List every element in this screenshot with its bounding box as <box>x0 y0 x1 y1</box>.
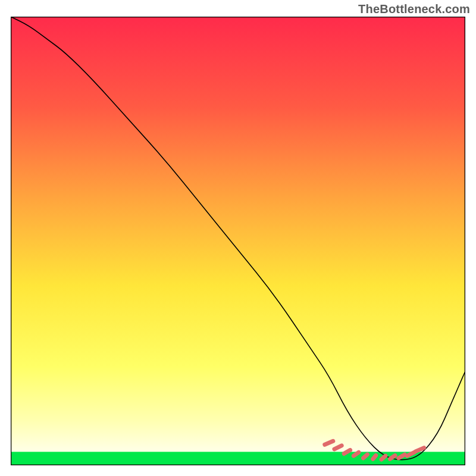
flat-marker <box>353 452 359 456</box>
gradient-background <box>11 17 465 465</box>
flat-marker <box>373 455 376 459</box>
flat-marker <box>381 456 386 459</box>
flat-marker <box>390 455 395 459</box>
chart-stage: TheBottleneck.com <box>0 0 476 476</box>
watermark-text: TheBottleneck.com <box>358 2 470 16</box>
chart-svg <box>11 17 465 465</box>
plot-area <box>11 17 465 465</box>
flat-marker <box>364 455 368 458</box>
